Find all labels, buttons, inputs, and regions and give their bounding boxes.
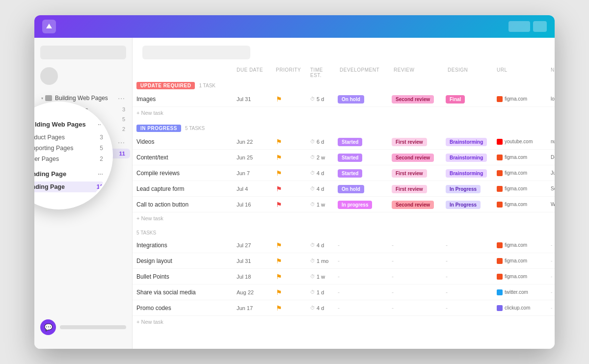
task-design: -	[446, 242, 495, 249]
task-design: -	[446, 305, 495, 312]
landing-page-count: 11	[119, 151, 125, 156]
badge-update-required: UPDATE REQUIRED	[136, 82, 195, 89]
app-window: ▾ Building Web Pages ··· Product Pages 3…	[34, 15, 555, 349]
task-name: Call to action button	[136, 201, 235, 208]
task-development: Started	[338, 154, 392, 161]
table-row[interactable]: Lead capture form Jul 4 ⚑ ⏱ 4 d On hold …	[133, 181, 555, 197]
task-url: figma.com	[495, 96, 549, 102]
task-url: figma.com	[495, 258, 549, 264]
task-due-date: Jul 4	[235, 186, 274, 192]
task-due-date: Jul 16	[235, 202, 274, 208]
task-review: -	[392, 305, 446, 312]
task-time-est: ⏱ 4 d	[308, 242, 338, 248]
task-review: First review	[392, 138, 446, 145]
titlebar-btn-1[interactable]	[509, 21, 530, 32]
task-design: Brainstorming	[446, 138, 495, 145]
priority-icon: ⚑	[274, 304, 308, 312]
figma-icon	[497, 274, 503, 280]
task-notes: Just updated	[549, 170, 555, 176]
task-url: figma.com	[495, 170, 549, 176]
task-time-est: ⏱ 4 d	[308, 186, 338, 192]
priority-icon: ⚑	[274, 138, 308, 146]
task-time-est: ⏱ 4 d	[308, 305, 338, 311]
task-due-date: Aug 22	[235, 289, 274, 295]
task-time-est: ⏱ 2 w	[308, 155, 338, 160]
section-in-progress: IN PROGRESS 5 TASKS Videos Jun 22 ⚑ ⏱ 6 …	[133, 123, 555, 224]
zoom-label-building: Building Web Pages	[34, 121, 86, 128]
table-row[interactable]: Content/text Jun 25 ⚑ ⏱ 2 w Started Seco…	[133, 150, 555, 165]
new-task-btn-1[interactable]: + New task	[133, 107, 555, 119]
new-task-btn-2[interactable]: + New task	[133, 212, 555, 224]
table-row[interactable]: Design layout Jul 31 ⚑ ⏱ 1 mo - - - figm…	[133, 253, 555, 269]
col-header-task	[136, 67, 235, 78]
table-row[interactable]: Compile reviews Jun 7 ⚑ ⏱ 4 d Started Fi…	[133, 165, 555, 181]
task-time-est: ⏱ 1 w	[308, 274, 338, 280]
task-design: -	[446, 289, 495, 296]
section-count-update: 1 TASK	[199, 83, 215, 88]
sidebar-progress-bar	[60, 325, 126, 329]
zoom-other-pages: Other Pages 2	[34, 154, 103, 164]
task-name: Lead capture form	[136, 185, 235, 192]
task-name: Design layout	[136, 258, 235, 264]
task-due-date: Jun 25	[235, 155, 274, 160]
zoom-landing-child-label: Landing Page	[34, 183, 65, 190]
zoom-product-count: 3	[100, 134, 103, 141]
zoom-other-label: Other Pages	[34, 156, 59, 162]
figma-icon	[497, 155, 503, 160]
sidebar-search[interactable]	[40, 46, 126, 59]
figma-icon	[497, 258, 503, 264]
table-row[interactable]: Integrations Jul 27 ⚑ ⏱ 4 d - - - figma.…	[133, 237, 555, 253]
table-row[interactable]: Promo codes Jun 17 ⚑ ⏱ 4 d - - - clickup…	[133, 300, 555, 316]
table-row[interactable]: Images Jul 31 ⚑ ⏱ 5 d On hold Second rev…	[133, 91, 555, 107]
task-development: Started	[338, 138, 392, 145]
zoom-landing-label: Landing Page	[34, 170, 66, 178]
task-notes: -	[549, 258, 555, 263]
task-url: figma.com	[495, 186, 549, 192]
task-name: Content/text	[136, 154, 235, 161]
task-notes: -	[549, 305, 555, 311]
more-options-icon[interactable]: ···	[118, 94, 125, 102]
top-search-bar[interactable]	[142, 46, 250, 59]
section-header-unlabeled: 5 TASKS	[133, 228, 555, 237]
zoom-product-pages: Product Pages 3	[34, 132, 103, 143]
task-name: Integrations	[136, 242, 235, 249]
priority-icon: ⚑	[274, 201, 308, 208]
clickup-icon	[497, 305, 503, 311]
task-review: -	[392, 258, 446, 264]
task-name: Bullet Points	[136, 273, 235, 280]
task-notes: See minor details noted	[549, 186, 555, 191]
chat-icon[interactable]: 💬	[40, 319, 56, 335]
task-url: twitter.com	[495, 289, 549, 295]
task-design: -	[446, 258, 495, 264]
task-due-date: Jun 22	[235, 139, 274, 145]
col-header-design: DESIGN	[446, 67, 495, 78]
new-task-btn-3[interactable]: + New task	[133, 316, 555, 328]
section-count-progress: 5 TASKS	[185, 126, 205, 131]
zoom-landing-child: Landing Page 11	[34, 182, 103, 192]
priority-icon: ⚑	[274, 241, 308, 249]
priority-icon: ⚑	[274, 185, 308, 193]
col-header-notes: NOTES	[549, 67, 555, 78]
titlebar	[34, 15, 555, 38]
task-review: Second review	[392, 96, 446, 103]
more-options-icon[interactable]: ···	[118, 138, 125, 146]
titlebar-btn-2[interactable]	[533, 21, 547, 32]
task-time-est: ⏱ 1 mo	[308, 258, 338, 264]
col-header-dev: DEVELOPMENT	[338, 67, 392, 78]
sidebar-bottom: 💬	[34, 313, 132, 341]
column-headers: DUE DATE PRIORITY TIME EST. DEVELOPMENT …	[133, 67, 555, 78]
zoom-landing-count: 11	[97, 183, 103, 190]
figma-icon	[497, 96, 503, 102]
task-notes: Does this look good?	[549, 155, 555, 160]
table-row[interactable]: Bullet Points Jul 18 ⚑ ⏱ 1 w - - - figma…	[133, 269, 555, 285]
table-row[interactable]: Videos Jun 22 ⚑ ⏱ 6 d Started First revi…	[133, 134, 555, 150]
task-name: Images	[136, 96, 235, 103]
task-review: -	[392, 289, 446, 296]
figma-icon	[497, 202, 503, 208]
table-row[interactable]: Share via social media Aug 22 ⚑ ⏱ 1 d - …	[133, 285, 555, 300]
table-row[interactable]: Call to action button Jul 16 ⚑ ⏱ 1 w In …	[133, 197, 555, 212]
task-development: On hold	[338, 185, 392, 192]
task-url: youtube.com	[495, 139, 549, 145]
figma-icon	[497, 170, 503, 176]
task-development: -	[338, 273, 392, 280]
